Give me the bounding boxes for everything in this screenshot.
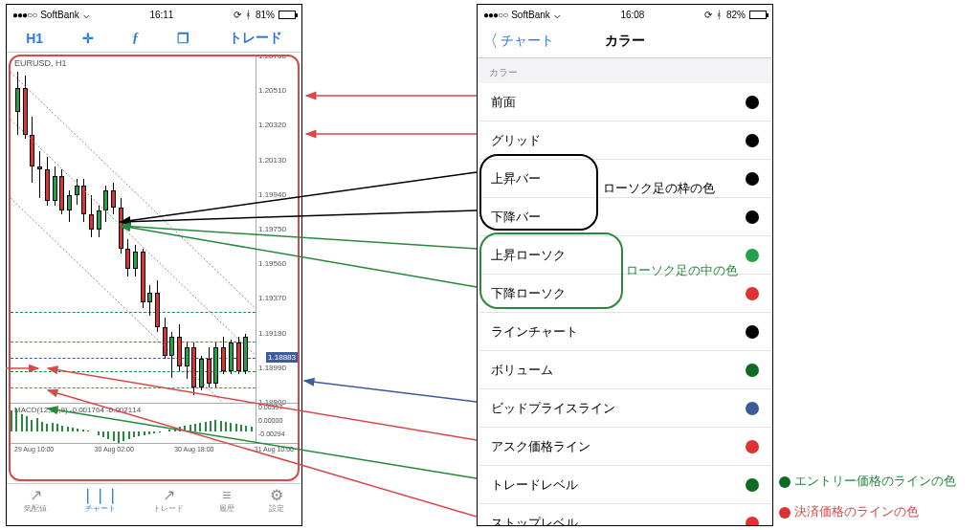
- tab-icon: ❘❘❘: [81, 488, 119, 503]
- tab-label: 履歴: [219, 503, 234, 514]
- back-label: チャート: [501, 33, 554, 50]
- trade-button[interactable]: トレード: [229, 30, 282, 47]
- color-swatch: [746, 287, 759, 300]
- color-swatch: [746, 210, 759, 224]
- color-row-9[interactable]: アスク価格ライン: [478, 428, 772, 466]
- tab-1[interactable]: ❘❘❘チャート: [81, 488, 119, 525]
- time-axis: 29 Aug 10:0030 Aug 02:0030 Aug 18:0031 A…: [11, 443, 298, 458]
- status-time: 16:08: [620, 10, 644, 20]
- objects-icon[interactable]: ❐: [177, 31, 189, 46]
- color-row-label: ストップレベル: [491, 515, 578, 526]
- tab-icon: ≡: [222, 488, 231, 503]
- color-row-label: ビッドプライスライン: [491, 400, 615, 417]
- color-swatch: [746, 172, 759, 186]
- tab-bar: ↗気配値❘❘❘チャート↗トレード≡履歴⚙設定: [7, 483, 301, 525]
- color-row-0[interactable]: 前面: [478, 83, 772, 121]
- back-button[interactable]: 〈 チャート: [478, 30, 554, 53]
- annotation-candle-border: ローソク足の枠の色: [603, 180, 715, 197]
- color-swatch: [746, 325, 759, 339]
- color-row-6[interactable]: ラインチャート: [478, 313, 772, 351]
- tab-label: トレード: [153, 503, 184, 514]
- section-header: カラー: [478, 58, 772, 83]
- battery-pct: 81%: [256, 10, 275, 20]
- tab-3[interactable]: ≡履歴: [219, 488, 234, 525]
- candlestick-region[interactable]: [11, 56, 256, 403]
- portrait-lock-icon: ⟳: [234, 10, 241, 20]
- chart-area[interactable]: EURUSD, H1 1.207001.205101.203201.201301…: [9, 55, 300, 481]
- signal-icon: ●●●○○: [12, 10, 36, 20]
- nav-bar: 〈 チャート カラー: [478, 24, 772, 58]
- color-row-7[interactable]: ボリューム: [478, 351, 772, 389]
- macd-axis: 0.003570.00000-0.00294: [256, 404, 298, 443]
- color-swatch: [746, 134, 759, 147]
- status-bar: ●●●○○ SoftBank ⌵ 16:08 ⟳ ᚼ 82%: [478, 5, 772, 24]
- color-row-label: ボリューム: [491, 362, 553, 379]
- phone-chart: ●●●○○ SoftBank ⌵ 16:11 ⟳ ᚼ 81% H1 ✛ ƒ ❐ …: [6, 4, 302, 526]
- wifi-icon: ⌵: [554, 9, 561, 21]
- macd-panel: MACD(12,26,9) -0.001764 -0.002114 0.0035…: [11, 403, 298, 443]
- color-row-11[interactable]: ストップレベル: [478, 504, 772, 525]
- tab-label: 設定: [269, 503, 284, 514]
- chart-toolbar: H1 ✛ ƒ ❐ トレード: [7, 24, 301, 53]
- macd-bars: [11, 404, 256, 443]
- color-swatch: [746, 96, 759, 109]
- color-row-10[interactable]: トレードレベル: [478, 466, 772, 504]
- color-swatch: [746, 517, 759, 526]
- color-row-label: 上昇ローソク: [491, 247, 566, 264]
- color-row-label: 下降バー: [491, 209, 541, 226]
- color-row-3[interactable]: 下降バー: [478, 198, 772, 236]
- status-bar: ●●●○○ SoftBank ⌵ 16:11 ⟳ ᚼ 81%: [7, 5, 301, 24]
- status-time: 16:11: [149, 10, 173, 20]
- tab-2[interactable]: ↗トレード: [153, 488, 184, 525]
- color-row-1[interactable]: グリッド: [478, 121, 772, 160]
- carrier-label: SoftBank: [511, 10, 550, 20]
- crosshair-icon[interactable]: ✛: [82, 31, 94, 46]
- tab-4[interactable]: ⚙設定: [269, 488, 284, 525]
- annotation-candle-fill: ローソク足の中の色: [626, 262, 738, 279]
- battery-pct: 82%: [726, 10, 746, 20]
- color-row-8[interactable]: ビッドプライスライン: [478, 389, 772, 428]
- color-list[interactable]: 前面グリッド上昇バー下降バー上昇ローソク下降ローソクラインチャートボリュームビッ…: [478, 83, 772, 525]
- color-row-5[interactable]: 下降ローソク: [478, 275, 772, 313]
- tab-0[interactable]: ↗気配値: [24, 488, 47, 525]
- annotation-exit-line: 決済価格のラインの色: [779, 503, 919, 520]
- color-row-label: 前面: [491, 94, 516, 111]
- color-row-label: アスク価格ライン: [491, 438, 590, 455]
- wifi-icon: ⌵: [83, 9, 90, 21]
- color-row-label: グリッド: [491, 132, 541, 149]
- color-swatch: [746, 364, 759, 377]
- signal-icon: ●●●○○: [483, 10, 507, 20]
- bluetooth-icon: ᚼ: [716, 9, 723, 20]
- carrier-label: SoftBank: [40, 10, 79, 20]
- color-swatch: [746, 402, 759, 415]
- tab-icon: ↗: [30, 488, 42, 503]
- bid-price-badge: 1.18883: [266, 352, 298, 363]
- color-row-label: トレードレベル: [491, 476, 578, 494]
- tab-label: チャート: [85, 503, 116, 514]
- bluetooth-icon: ᚼ: [245, 9, 252, 20]
- price-axis: 1.207001.205101.203201.201301.199401.197…: [256, 56, 298, 403]
- svg-line-6: [304, 381, 477, 402]
- color-swatch: [746, 440, 759, 453]
- chevron-left-icon: 〈: [481, 30, 499, 53]
- tab-label: 気配値: [24, 503, 47, 514]
- color-row-label: 上昇バー: [491, 170, 541, 188]
- color-row-label: ラインチャート: [491, 323, 578, 341]
- color-swatch: [746, 249, 759, 262]
- timeframe-button[interactable]: H1: [26, 31, 43, 46]
- indicators-icon[interactable]: ƒ: [132, 31, 139, 46]
- color-swatch: [746, 478, 759, 492]
- battery-icon: [749, 11, 767, 19]
- color-row-label: 下降ローソク: [491, 285, 566, 302]
- annotation-entry-line: エントリー価格のラインの色: [779, 473, 956, 490]
- tab-icon: ↗: [163, 488, 175, 503]
- tab-icon: ⚙: [270, 488, 283, 503]
- battery-icon: [278, 11, 296, 19]
- portrait-lock-icon: ⟳: [704, 10, 712, 20]
